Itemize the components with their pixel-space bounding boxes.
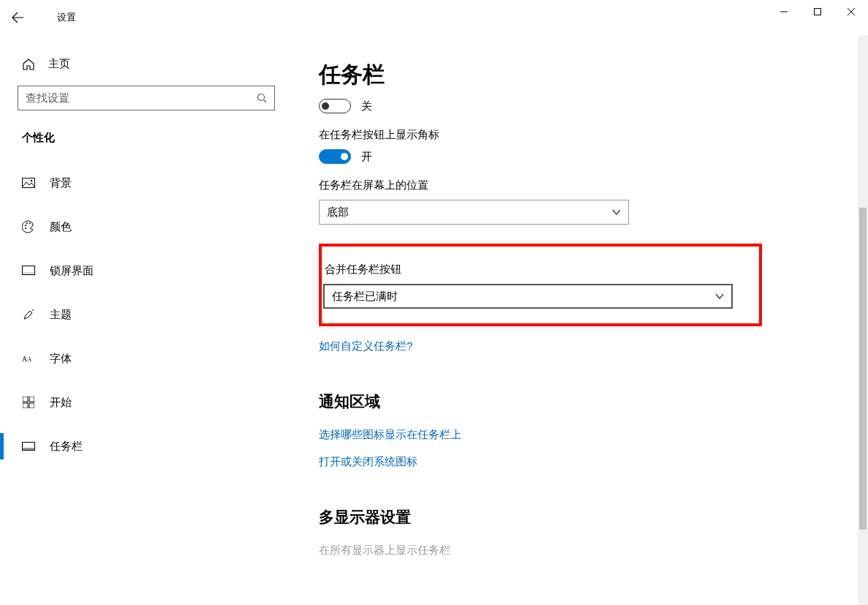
brush-icon [22, 308, 35, 321]
toggle-badges[interactable] [319, 149, 351, 164]
minimize-button[interactable] [767, 0, 801, 23]
combine-buttons-dropdown[interactable]: 任务栏已满时 [323, 284, 733, 309]
back-button[interactable] [0, 0, 35, 35]
multi-monitor-heading: 多显示器设置 [319, 507, 868, 527]
select-icons-link[interactable]: 选择哪些图标显示在任务栏上 [319, 428, 461, 442]
position-label: 任务栏在屏幕上的位置 [319, 179, 868, 192]
svg-point-5 [26, 222, 28, 224]
picture-icon [22, 178, 35, 188]
palette-icon [22, 220, 35, 233]
sidebar-item-label: 颜色 [50, 220, 72, 234]
toggle-unknown[interactable] [319, 99, 351, 113]
scrollbar-thumb[interactable] [859, 208, 867, 530]
combine-label: 合并任务栏按钮 [325, 263, 750, 277]
search-icon [257, 93, 267, 103]
toggle-state-label: 开 [361, 150, 372, 164]
content-area: 任务栏 关 在任务栏按钮上显示角标 开 任务栏在屏幕上的位置 底部 合并任务栏按… [293, 35, 868, 605]
customize-taskbar-link[interactable]: 如何自定义任务栏? [319, 339, 412, 353]
sidebar: 主页 查找设置 个性化 背景 [0, 35, 293, 605]
arrow-left-icon [12, 12, 23, 23]
sidebar-item-label: 背景 [50, 176, 72, 190]
home-nav[interactable]: 主页 [18, 57, 275, 71]
search-placeholder: 查找设置 [26, 91, 69, 105]
sidebar-item-label: 锁屏界面 [50, 264, 94, 278]
svg-text:A: A [22, 356, 28, 364]
font-icon: AA [22, 353, 35, 364]
chevron-down-icon [612, 208, 621, 217]
svg-text:A: A [28, 358, 32, 364]
lockscreen-icon [22, 266, 35, 276]
svg-rect-13 [29, 397, 34, 402]
search-input[interactable]: 查找设置 [18, 86, 275, 110]
svg-rect-0 [815, 9, 821, 15]
svg-rect-12 [23, 397, 28, 402]
minimize-icon [780, 8, 788, 15]
sidebar-item-lockscreen[interactable]: 锁屏界面 [18, 255, 275, 287]
maximize-icon [814, 8, 821, 15]
close-icon [848, 8, 855, 15]
system-icons-link[interactable]: 打开或关闭系统图标 [319, 455, 418, 469]
page-title: 任务栏 [319, 60, 868, 90]
svg-point-7 [25, 228, 26, 229]
svg-rect-15 [29, 403, 34, 408]
home-icon [22, 58, 35, 71]
sidebar-item-themes[interactable]: 主题 [18, 298, 275, 331]
window-title: 设置 [57, 11, 76, 24]
titlebar: 设置 [0, 0, 868, 35]
svg-point-4 [25, 225, 26, 226]
sidebar-item-background[interactable]: 背景 [18, 167, 275, 199]
sidebar-item-label: 字体 [50, 352, 72, 366]
sidebar-item-label: 任务栏 [50, 440, 83, 454]
svg-rect-9 [23, 272, 34, 274]
svg-rect-2 [23, 179, 35, 188]
sidebar-item-label: 主题 [50, 308, 72, 322]
maximize-button[interactable] [801, 0, 834, 23]
svg-point-6 [29, 222, 31, 224]
sidebar-item-colors[interactable]: 颜色 [18, 211, 275, 243]
taskbar-icon [22, 442, 35, 451]
svg-rect-17 [23, 448, 34, 450]
sidebar-item-start[interactable]: 开始 [18, 386, 275, 418]
sidebar-item-taskbar[interactable]: 任务栏 [18, 430, 275, 462]
taskbar-position-dropdown[interactable]: 底部 [319, 200, 629, 225]
window-controls [767, 0, 868, 23]
home-label: 主页 [48, 57, 70, 71]
show-on-all-displays-label: 在所有显示器上显示任务栏 [319, 544, 868, 557]
grid-icon [22, 397, 35, 408]
svg-point-1 [258, 94, 265, 101]
notification-area-heading: 通知区域 [319, 391, 868, 412]
sidebar-item-label: 开始 [50, 396, 72, 410]
svg-rect-14 [23, 403, 28, 408]
highlighted-section: 合并任务栏按钮 任务栏已满时 [319, 244, 762, 326]
chevron-down-icon [715, 292, 724, 301]
sidebar-section-title: 个性化 [18, 131, 275, 145]
sidebar-item-fonts[interactable]: AA 字体 [18, 342, 275, 375]
close-button[interactable] [834, 0, 868, 23]
svg-point-3 [31, 180, 33, 182]
dropdown-value: 底部 [327, 206, 349, 219]
toggle-state-label: 关 [361, 99, 372, 113]
badges-label: 在任务栏按钮上显示角标 [319, 128, 868, 142]
dropdown-value: 任务栏已满时 [332, 290, 398, 304]
